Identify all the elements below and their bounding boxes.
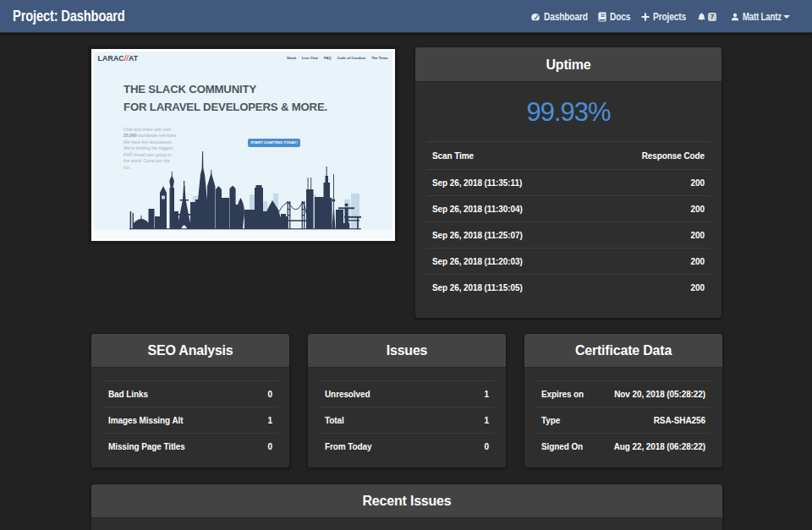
table-row: Unresolved 1 — [319, 381, 495, 407]
scan-time-cell: Sep 26, 2018 (11:25:07) — [426, 221, 590, 248]
seo-value: 0 — [250, 381, 278, 407]
site-member-count: 25,060 — [123, 133, 137, 138]
nav-docs[interactable]: Docs — [598, 0, 634, 33]
issues-table: Unresolved 1 Total 1 From Today 0 — [319, 380, 495, 459]
issues-value: 1 — [456, 381, 495, 407]
issues-label: Unresolved — [319, 381, 456, 407]
issues-label: Total — [319, 407, 456, 434]
certificate-panel-title: Certificate Data — [524, 334, 722, 368]
table-row: From Today 0 — [319, 434, 495, 460]
certificate-label: Type — [535, 407, 596, 434]
response-code-cell: 200 — [590, 195, 710, 221]
city-skyline-illustration — [94, 149, 392, 239]
table-row: Images Missing Alt 1 — [102, 407, 278, 434]
nav-user-menu[interactable]: Matt Lantz — [731, 0, 790, 33]
uptime-panel: Uptime 99.93% Scan Time Response Code Se… — [414, 46, 722, 319]
issues-panel: Issues Unresolved 1 Total 1 From Today 0 — [307, 333, 507, 468]
seo-analysis-panel: SEO Analysis Bad Links 0 Images Missing … — [91, 333, 290, 468]
seo-label: Bad Links — [102, 381, 250, 407]
certificate-value: Aug 22, 2018 (06:28:22) — [596, 434, 711, 460]
nav-dashboard[interactable]: Dashboard — [530, 0, 595, 33]
recent-issues-title: Recent Issues — [91, 484, 722, 518]
table-body: Sep 26, 2018 (11:35:11) 200 Sep 26, 2018… — [426, 169, 710, 300]
uptime-table: Scan Time Response Code Sep 26, 2018 (11… — [426, 141, 710, 300]
table-row: Missing Page Titles 0 — [102, 434, 278, 460]
certificate-label: Signed On — [535, 434, 596, 460]
table-row: Sep 26, 2018 (11:15:05) 200 — [426, 274, 710, 300]
page-title: Project: Dashboard — [13, 0, 125, 33]
uptime-panel-title: Uptime — [415, 47, 721, 82]
seo-value: 0 — [250, 434, 278, 460]
table-row: Sep 26, 2018 (11:20:03) 200 — [426, 248, 710, 274]
site-nav-item: The Team — [371, 57, 387, 61]
notification-count-badge: 7 — [708, 13, 716, 21]
site-headline-2: FOR LARAVEL DEVELOPERS & MORE. — [123, 101, 327, 113]
dashboard-gauge-icon — [530, 12, 540, 22]
table-row: Total 1 — [319, 407, 495, 434]
table-row: Bad Links 0 — [102, 381, 278, 407]
site-nav-item: Code of Conduct — [337, 57, 366, 61]
scan-time-cell: Sep 26, 2018 (11:15:05) — [426, 274, 590, 300]
site-nav: Slack Live Chat FAQ Code of Conduct The … — [287, 57, 387, 61]
seo-value: 1 — [250, 407, 278, 434]
site-logo: LARAC//AT — [98, 55, 139, 63]
table-row: Sep 26, 2018 (11:25:07) 200 — [426, 221, 710, 248]
certificate-value: RSA-SHA256 — [596, 407, 711, 434]
recent-issues-panel: Recent Issues — [91, 484, 723, 530]
table-row: Signed On Aug 22, 2018 (06:28:22) — [535, 434, 711, 460]
issues-panel-title: Issues — [308, 334, 506, 368]
table-row: Sep 26, 2018 (11:35:11) 200 — [426, 169, 710, 195]
site-nav-item: Slack — [287, 57, 296, 61]
issues-label: From Today — [319, 434, 456, 460]
site-nav-item: FAQ — [324, 57, 332, 61]
uptime-col-response-code: Response Code — [590, 141, 710, 169]
site-cta-button: START CHATTING TODAY! — [248, 139, 300, 147]
seo-label: Missing Page Titles — [102, 434, 250, 460]
site-headline-1: THE SLACK COMMUNITY — [123, 83, 256, 96]
nav-projects[interactable]: Projects — [641, 0, 692, 33]
scan-time-cell: Sep 26, 2018 (11:20:03) — [426, 248, 590, 274]
table-header-row: Scan Time Response Code — [426, 141, 710, 169]
table-row: Type RSA-SHA256 — [535, 407, 711, 434]
certificate-label: Expires on — [535, 381, 596, 407]
site-screenshot-card[interactable]: LARAC//AT Slack Live Chat FAQ Code of Co… — [91, 49, 395, 241]
site-logo-text: AT — [129, 54, 138, 63]
response-code-cell: 200 — [590, 221, 710, 248]
site-nav-item: Live Chat — [302, 57, 318, 61]
table-row: Sep 26, 2018 (11:30:04) 200 — [426, 195, 710, 221]
uptime-col-scan-time: Scan Time — [426, 141, 590, 169]
book-icon — [598, 12, 606, 22]
user-icon — [731, 13, 739, 21]
table-row: Expires on Nov 20, 2018 (05:28:22) — [535, 381, 711, 407]
certificate-value: Nov 20, 2018 (05:28:22) — [596, 381, 711, 407]
navbar: Project: Dashboard Dashboard Docs — [0, 0, 812, 33]
seo-panel-title: SEO Analysis — [91, 334, 289, 368]
site-preview: LARAC//AT Slack Live Chat FAQ Code of Co… — [94, 52, 392, 238]
nav-projects-label: Projects — [653, 11, 686, 23]
table-head: Scan Time Response Code — [426, 141, 710, 169]
table-body: Expires on Nov 20, 2018 (05:28:22) Type … — [535, 381, 711, 460]
site-logo-text: LARAC — [98, 54, 124, 63]
scan-time-cell: Sep 26, 2018 (11:30:04) — [426, 195, 590, 221]
plus-icon — [641, 13, 650, 21]
nav-docs-label: Docs — [610, 11, 630, 23]
table-body: Unresolved 1 Total 1 From Today 0 — [319, 381, 495, 460]
response-code-cell: 200 — [590, 248, 710, 274]
chevron-down-icon — [783, 15, 790, 19]
table-body: Bad Links 0 Images Missing Alt 1 Missing… — [102, 381, 278, 460]
bell-icon — [698, 12, 705, 21]
nav-notifications[interactable]: 7 — [698, 0, 716, 33]
response-code-cell: 200 — [590, 274, 710, 300]
issues-value: 1 — [456, 407, 495, 434]
certificate-data-panel: Certificate Data Expires on Nov 20, 2018… — [524, 333, 723, 468]
seo-table: Bad Links 0 Images Missing Alt 1 Missing… — [102, 380, 278, 459]
certificate-table: Expires on Nov 20, 2018 (05:28:22) Type … — [535, 380, 711, 459]
response-code-cell: 200 — [590, 169, 710, 195]
user-name: Matt Lantz — [743, 11, 782, 23]
scan-time-cell: Sep 26, 2018 (11:35:11) — [426, 169, 590, 195]
issues-value: 0 — [456, 434, 495, 460]
site-paragraph-text: Chat and share with over — [123, 127, 171, 132]
seo-label: Images Missing Alt — [102, 407, 250, 434]
uptime-percentage: 99.93% — [415, 94, 721, 130]
nav-dashboard-label: Dashboard — [544, 11, 588, 23]
